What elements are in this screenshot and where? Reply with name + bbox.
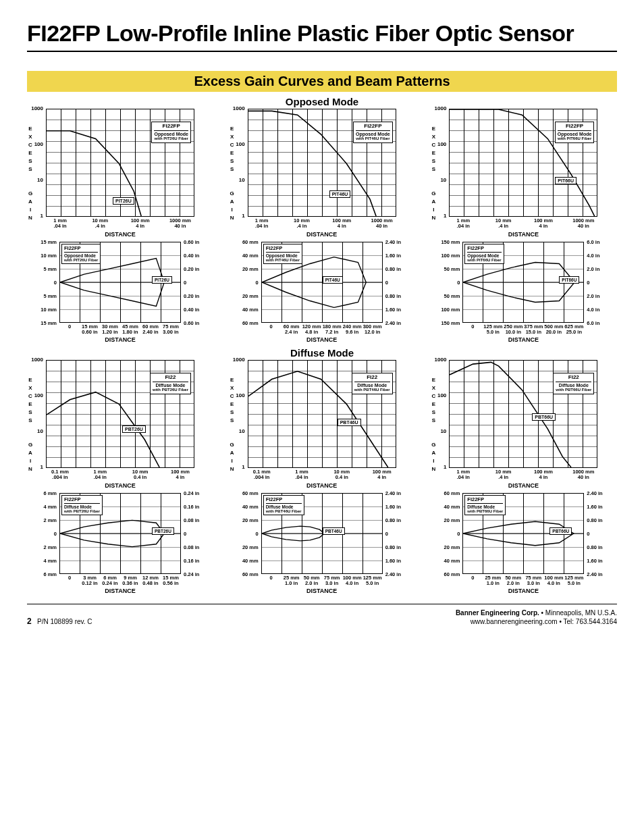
beam-xlabel: DISTANCE [59, 336, 181, 343]
fiber-tag: PBT66U [549, 527, 572, 535]
beam-legend: FI22FPOpposed Modewith PIT66U Fiber [464, 244, 504, 265]
fiber-tag: PIT26U [113, 197, 134, 205]
gain-legend: FI22FPOpposed Modewith PIT66U Fiber [555, 122, 595, 143]
beam-xlabel: DISTANCE [462, 336, 584, 343]
diffuse-gain-grid: EXCESSGAIN1000100101FI22Diffuse Modewith… [27, 360, 617, 489]
gain-ylabel: EXCESSGAIN [24, 109, 36, 238]
beam-pattern-chart: 6 mm4 mm2 mm02 mm4 mm6 mm0.24 in0.16 in0… [27, 493, 214, 595]
excess-gain-chart: EXCESSGAIN1000100101FI22Diffuse Modewith… [229, 360, 416, 489]
opposed-gain-grid: EXCESSGAIN1000100101FI22FPOpposed Modewi… [27, 109, 617, 238]
gain-legend: FI22FPOpposed Modewith PIT26U Fiber [151, 122, 191, 143]
gain-xlabel: DISTANCE [46, 482, 194, 489]
beam-plot-area: FI22FPDiffuse Modewith PBT26U FiberPBT26… [59, 493, 181, 574]
gain-plot-area: FI22FPOpposed Modewith PIT26U FiberPIT26… [46, 109, 194, 217]
beam-plot-area: FI22FPDiffuse Modewith PBT66U FiberPBT66… [462, 493, 584, 574]
beam-xticks: 0125 mm5.0 in250 mm10.0 in375 mm15.0 in5… [462, 324, 584, 336]
beam-xlabel: DISTANCE [59, 588, 181, 594]
part-number: P/N 108899 rev. C [37, 618, 92, 625]
beam-pattern-chart: 15 mm10 mm5 mm05 mm10 mm15 mm0.60 in0.40… [27, 242, 214, 344]
gain-legend: FI22Diffuse Modewith PBT46U Fiber [352, 373, 393, 394]
beam-legend: FI22FPDiffuse Modewith PBT26U Fiber [61, 495, 103, 516]
beam-pattern-chart: 60 mm40 mm20 mm020 mm40 mm60 mm2.40 in1.… [229, 242, 416, 344]
excess-gain-chart: EXCESSGAIN1000100101FI22FPOpposed Modewi… [27, 109, 214, 238]
beam-legend: FI22FPOpposed Modewith PIT46U Fiber [263, 244, 302, 265]
beam-legend: FI22FPDiffuse Modewith PBT46U Fiber [263, 495, 304, 516]
beam-xlabel: DISTANCE [261, 588, 383, 594]
beam-xticks: 03 mm0.12 in6 mm0.24 in9 mm0.36 in12 mm0… [59, 575, 181, 587]
gain-ylabel: EXCESSGAIN [24, 360, 36, 489]
beam-legend: FI22FPOpposed Modewith PIT26U Fiber [61, 244, 101, 265]
gain-plot-area: FI22Diffuse Modewith PBT66U FiberPBT66U [449, 360, 597, 468]
beam-pattern-chart: 60 mm40 mm20 mm020 mm40 mm60 mm2.40 in1.… [229, 493, 416, 595]
footer-corp: Banner Engineering Corp. [456, 609, 539, 617]
beam-legend: FI22FPDiffuse Modewith PBT66U Fiber [464, 495, 506, 516]
footer-right: Banner Engineering Corp. • Minneapolis, … [456, 608, 617, 626]
fiber-tag: PIT46U [329, 190, 351, 198]
gain-xlabel: DISTANCE [248, 231, 396, 238]
excess-gain-chart: EXCESSGAIN1000100101FI22Diffuse Modewith… [27, 360, 214, 489]
page-number: 2 [27, 617, 32, 626]
mode-opposed-title: Opposed Mode [27, 96, 617, 107]
beam-pattern-chart: 150 mm100 mm50 mm050 mm100 mm150 mm6.0 i… [430, 242, 617, 344]
gain-xticks: 1 mm.04 in10 mm.4 in100 mm4 in1000 mm40 … [248, 218, 396, 230]
excess-gain-chart: EXCESSGAIN1000100101FI22FPOpposed Modewi… [430, 109, 617, 238]
page-title: FI22FP Low-Profile Inline Plastic Fiber … [27, 20, 617, 47]
gain-xticks: 1 mm.04 in10 mm.4 in100 mm4 in1000 mm40 … [449, 469, 597, 481]
gain-ylabel: EXCESSGAIN [226, 360, 238, 489]
gain-legend: FI22Diffuse Modewith PBT26U Fiber [150, 373, 191, 394]
fiber-tag: PIT66U [559, 276, 579, 284]
gain-plot-area: FI22Diffuse Modewith PBT46U FiberPBT46U [248, 360, 396, 468]
gain-plot-area: FI22FPOpposed Modewith PIT46U FiberPIT46… [248, 109, 396, 217]
page-footer: 2 P/N 108899 rev. C Banner Engineering C… [27, 604, 617, 626]
gain-xlabel: DISTANCE [449, 231, 597, 238]
fiber-tag: PBT46U [338, 419, 361, 426]
gain-xlabel: DISTANCE [449, 482, 597, 489]
footer-contact: www.bannerengineering.com • Tel: 763.544… [456, 617, 617, 626]
beam-xlabel: DISTANCE [462, 588, 584, 594]
title-rule [27, 51, 617, 52]
fiber-tag: PBT46U [323, 527, 345, 535]
gain-xticks: 1 mm.04 in10 mm.4 in100 mm4 in1000 mm40 … [449, 218, 597, 230]
beam-pattern-chart: 60 mm40 mm20 mm020 mm40 mm60 mm2.40 in1.… [430, 493, 617, 595]
diffuse-beam-grid: 6 mm4 mm2 mm02 mm4 mm6 mm0.24 in0.16 in0… [27, 493, 617, 595]
beam-xticks: 015 mm0.60 in30 mm1.20 in45 mm1.80 in60 … [59, 324, 181, 336]
fiber-tag: PIT46U [323, 276, 343, 284]
gain-legend: FI22Diffuse Modewith PBT66U Fiber [553, 373, 594, 394]
excess-gain-chart: EXCESSGAIN1000100101FI22Diffuse Modewith… [430, 360, 617, 489]
gain-xticks: 1 mm.04 in10 mm.4 in100 mm4 in1000 mm40 … [46, 218, 194, 230]
footer-left: 2 P/N 108899 rev. C [27, 617, 92, 626]
gain-xlabel: DISTANCE [248, 482, 396, 489]
fiber-tag: PBT26U [152, 527, 174, 535]
gain-ylabel: EXCESSGAIN [427, 109, 439, 238]
fiber-tag: PIT66U [555, 177, 576, 184]
beam-plot-area: FI22FPOpposed Modewith PIT66U FiberPIT66… [462, 242, 584, 323]
gain-plot-area: FI22FPOpposed Modewith PIT66U FiberPIT66… [449, 109, 597, 217]
footer-loc: • Minneapolis, MN U.S.A. [539, 609, 617, 617]
excess-gain-chart: EXCESSGAIN1000100101FI22FPOpposed Modewi… [229, 109, 416, 238]
opposed-beam-grid: 15 mm10 mm5 mm05 mm10 mm15 mm0.60 in0.40… [27, 242, 617, 344]
beam-xticks: 025 mm1.0 in50 mm2.0 in75 mm3.0 in100 mm… [462, 575, 584, 587]
gain-xticks: 0.1 mm.004 in1 mm.04 in10 mm0.4 in100 mm… [248, 469, 396, 481]
beam-plot-area: FI22FPDiffuse Modewith PBT46U FiberPBT46… [261, 493, 383, 574]
gain-legend: FI22FPOpposed Modewith PIT46U Fiber [353, 122, 393, 143]
fiber-tag: PBT66U [532, 413, 556, 421]
fiber-tag: PIT26U [152, 276, 172, 284]
beam-xticks: 025 mm1.0 in50 mm2.0 in75 mm3.0 in100 mm… [261, 575, 383, 587]
beam-plot-area: FI22FPOpposed Modewith PIT46U FiberPIT46… [261, 242, 383, 323]
gain-xticks: 0.1 mm.004 in1 mm.04 in10 mm0.4 in100 mm… [46, 469, 194, 481]
gain-plot-area: FI22Diffuse Modewith PBT26U FiberPBT26U [46, 360, 194, 468]
gain-xlabel: DISTANCE [46, 231, 194, 238]
gain-ylabel: EXCESSGAIN [427, 360, 439, 489]
mode-diffuse-title: Diffuse Mode [27, 347, 617, 359]
section-banner: Excess Gain Curves and Beam Patterns [27, 71, 617, 92]
beam-xlabel: DISTANCE [261, 336, 383, 343]
beam-xticks: 060 mm2.4 in120 mm4.8 in180 mm7.2 in240 … [261, 324, 383, 336]
gain-ylabel: EXCESSGAIN [226, 109, 238, 238]
fiber-tag: PBT26U [122, 425, 146, 433]
beam-plot-area: FI22FPOpposed Modewith PIT26U FiberPIT26… [59, 242, 181, 323]
